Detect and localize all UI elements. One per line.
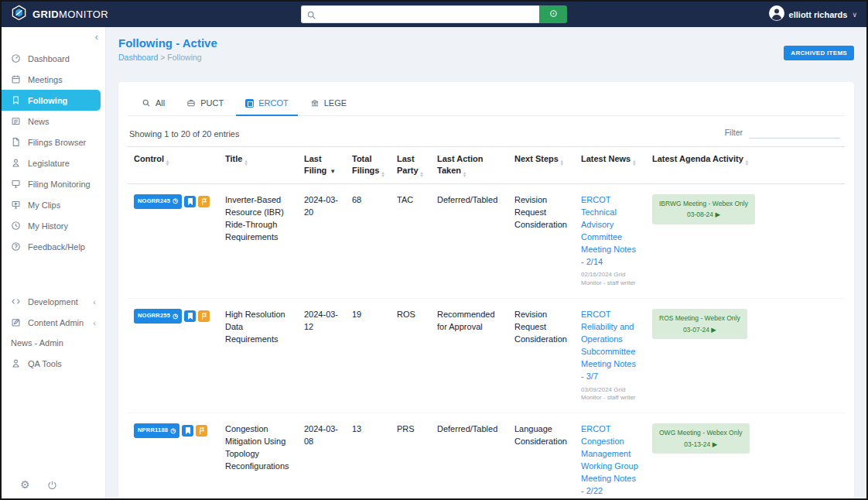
cell-total-filings: 13	[346, 413, 391, 498]
column-header-total-filings[interactable]: Total Filings▴▾	[346, 147, 391, 184]
cell-control: NOGRR245◷	[128, 183, 219, 298]
agenda-meeting: OWG Meeting - Webex Only	[659, 429, 743, 437]
person-icon	[11, 158, 21, 168]
news-link[interactable]: ERCOT Technical Advisory Committee Meeti…	[581, 194, 640, 269]
power-icon[interactable]	[47, 480, 57, 490]
sidebar-item-meetings[interactable]: Meetings	[2, 69, 105, 90]
cell-last-party: PRS	[391, 413, 431, 498]
control-badge[interactable]: NOGRR255◷	[134, 309, 182, 324]
bookmark-button[interactable]	[184, 196, 196, 207]
control-badge[interactable]: NOGRR245◷	[134, 194, 182, 209]
search-icon	[306, 9, 316, 23]
breadcrumb-current: Following	[167, 53, 201, 62]
chevron-icon: ‹	[93, 318, 96, 327]
sidebar-item-development[interactable]: Development ‹	[2, 291, 105, 312]
agenda-activity-badge[interactable]: ROS Meeting - Webex Only 03-07-24 ▶	[652, 309, 747, 339]
sidebar-item-label: News	[28, 117, 50, 126]
sidebar-item-filing-monitoring[interactable]: Filing Monitoring	[2, 173, 105, 194]
cell-last-action: Deferred/Tabled	[431, 183, 508, 298]
sidebar-item-dashboard[interactable]: Dashboard	[2, 48, 105, 69]
archived-items-button[interactable]: ARCHIVED ITEMS	[784, 46, 854, 60]
gear-icon[interactable]: ⚙	[20, 478, 30, 491]
column-header-latest-news[interactable]: Latest News▴▾	[575, 147, 646, 184]
agenda-activity-badge[interactable]: OWG Meeting - Webex Only 03-13-24 ▶	[652, 423, 750, 454]
bookmark-button[interactable]	[184, 310, 196, 322]
cell-title: Inverter-Based Resource (IBR) Ride-Throu…	[219, 183, 298, 298]
sidebar-item-filings-browser[interactable]: Filings Browser	[2, 132, 105, 152]
search-input[interactable]	[301, 5, 539, 23]
sort-icon: ▴▾	[463, 171, 466, 177]
column-header-last-filing[interactable]: Last Filing▼	[298, 147, 346, 184]
help-circle-icon	[11, 241, 21, 252]
sidebar-item-label: Content Admin	[28, 318, 84, 327]
brand[interactable]: GRIDMONITOR	[11, 5, 108, 24]
sidebar-item-label: Feedback/Help	[28, 242, 85, 252]
clock-icon: ◷	[170, 428, 176, 434]
table-row: NPRR1188◷ Congestion Mitigation Using To…	[128, 413, 845, 498]
sidebar-item-feedback-help[interactable]: Feedback/Help	[2, 236, 105, 257]
search-button[interactable]	[539, 5, 567, 23]
filter-input[interactable]	[749, 125, 840, 139]
cell-last-action: Deferred/Tabled	[431, 413, 508, 498]
flag-button[interactable]	[198, 310, 210, 322]
tab-all[interactable]: All	[132, 91, 174, 116]
flag-button[interactable]	[198, 196, 210, 207]
sidebar-item-content-admin[interactable]: Content Admin ‹	[2, 312, 105, 333]
agenda-activity-badge[interactable]: IBRWG Meeting - Webex Only 03-08-24 ▶	[652, 194, 755, 224]
sidebar-item-my-clips[interactable]: My Clips	[2, 194, 105, 215]
breadcrumb-dashboard-link[interactable]: Dashboard	[118, 53, 158, 62]
sidebar-item-label: QA Tools	[28, 359, 62, 368]
column-header-last-party[interactable]: Last Party▴▾	[391, 147, 431, 184]
sort-icon: ▴▾	[561, 159, 563, 166]
column-header-last-action[interactable]: Last Action Taken▴▾	[431, 147, 508, 184]
sidebar-item-label: Filing Monitoring	[28, 180, 91, 189]
flag-button[interactable]	[196, 425, 207, 437]
column-header-control[interactable]: Control▴▾	[128, 147, 219, 184]
person-icon	[11, 358, 21, 368]
cell-last-filing: 2024-03-20	[298, 183, 346, 298]
sort-icon: ▴▾	[746, 159, 748, 166]
sidebar-item-following[interactable]: Following	[2, 90, 101, 111]
filings-table: Control▴▾ Title▴▾ Last Filing▼ Total Fil…	[128, 146, 845, 498]
control-badge[interactable]: NPRR1188◷	[134, 423, 179, 438]
cell-title: Congestion Mitigation Using Topology Rec…	[219, 413, 298, 498]
cell-next-steps: Language Consideration	[508, 413, 575, 498]
edit-icon	[11, 317, 21, 327]
user-menu[interactable]: elliott richards ∨	[769, 5, 857, 24]
sidebar-item-qa-tools[interactable]: QA Tools	[2, 353, 105, 374]
sidebar-item-my-history[interactable]: My History	[2, 215, 105, 236]
tab-puct[interactable]: PUCT	[177, 91, 233, 116]
entries-summary: Showing 1 to 20 of 20 entries	[129, 129, 239, 139]
column-header-latest-agenda[interactable]: Latest Agenda Activity▴▾	[646, 147, 845, 184]
table-meta-row: Showing 1 to 20 of 20 entries Filter	[128, 116, 845, 146]
agenda-date: 03-07-24 ▶	[683, 326, 716, 334]
topbar: GRIDMONITOR	[2, 2, 866, 27]
tab-bar: All PUCT ERCOT LEGE	[128, 91, 845, 116]
tab-ercot[interactable]: ERCOT	[236, 91, 298, 116]
cell-last-filing: 2024-03-12	[298, 299, 346, 413]
cell-control: NOGRR255◷	[128, 299, 219, 413]
column-header-title[interactable]: Title▴▾	[219, 147, 298, 184]
cell-latest-news: ERCOT Reliability and Operations Subcomm…	[575, 299, 646, 413]
bookmark-button[interactable]	[182, 425, 193, 437]
tab-lege[interactable]: LEGE	[301, 91, 356, 116]
sidebar-item-label: My Clips	[28, 200, 60, 210]
sidebar-item-news[interactable]: News	[2, 111, 105, 132]
sort-icon: ▴▾	[633, 159, 635, 166]
sidebar-collapse-button[interactable]: ‹	[2, 27, 105, 42]
column-header-next-steps[interactable]: Next Steps▴▾	[508, 147, 575, 184]
news-link[interactable]: ERCOT Reliability and Operations Subcomm…	[581, 309, 640, 383]
sidebar-item-legislature[interactable]: Legislature	[2, 152, 105, 173]
main-content: Following - Active Dashboard > Following…	[106, 27, 866, 498]
news-link[interactable]: ERCOT Congestion Management Working Grou…	[581, 423, 640, 498]
filter: Filter	[725, 125, 843, 139]
history-clock-icon	[11, 221, 21, 231]
cell-latest-agenda: ROS Meeting - Webex Only 03-07-24 ▶	[646, 299, 845, 413]
briefcase-icon	[186, 98, 196, 108]
agenda-meeting: ROS Meeting - Webex Only	[659, 314, 740, 322]
clips-monitor-icon	[11, 200, 21, 210]
target-icon	[548, 9, 559, 21]
app-window: GRIDMONITOR	[0, 0, 868, 500]
breadcrumb-separator: >	[160, 53, 165, 62]
sidebar-item-news-admin[interactable]: News - Admin	[2, 333, 105, 353]
